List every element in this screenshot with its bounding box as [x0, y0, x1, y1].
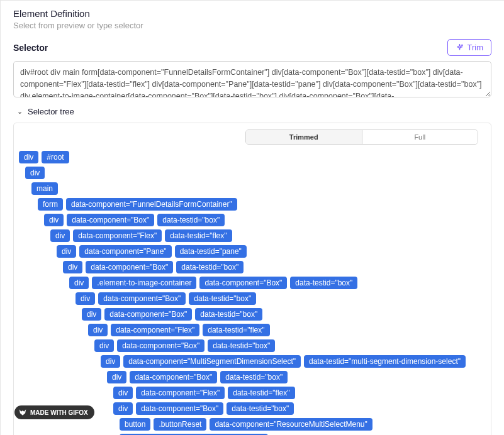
selector-chip[interactable]: data-component="Pane": [79, 245, 171, 258]
tree-row: divdata-component="Box"data-testid="box": [19, 308, 486, 321]
selector-tree-toggle[interactable]: ⌄ Selector tree: [13, 99, 491, 123]
selector-chip[interactable]: data-testid="box": [195, 308, 262, 321]
selector-chip[interactable]: data-component="ResourceMultiSelectMenu": [210, 418, 372, 431]
selector-chip[interactable]: div: [101, 355, 120, 368]
selector-chip[interactable]: main: [31, 182, 58, 195]
selector-chip[interactable]: data-component="Box": [98, 292, 186, 305]
tree-row: formdata-component="FunnelDetailsFormCon…: [19, 198, 486, 211]
selector-chip[interactable]: div: [57, 245, 76, 258]
selector-chip[interactable]: data-testid="box": [176, 261, 244, 273]
selector-chip[interactable]: data-testid="flex": [165, 229, 232, 242]
tree-row: divdata-component="Box"data-testid="box": [19, 214, 486, 226]
toggle-full[interactable]: Full: [362, 130, 478, 144]
page-subtitle: Select from preview or type selector: [13, 21, 491, 30]
selector-chip[interactable]: div: [113, 387, 133, 399]
selector-chip[interactable]: data-component="Flex": [111, 324, 199, 336]
selector-chip[interactable]: data-testid="box": [220, 371, 288, 383]
selector-chip[interactable]: data-component="Box": [86, 261, 173, 273]
tree-view-toggle: Trimmed Full: [245, 129, 478, 145]
selector-chip[interactable]: data-component="Box": [136, 402, 223, 415]
selector-chip[interactable]: data-testid="box": [208, 339, 275, 352]
selector-chip[interactable]: .buttonReset: [154, 418, 206, 431]
tree-row: divdata-component="Flex"data-testid="fle…: [19, 387, 486, 399]
selector-chip[interactable]: data-testid="box": [290, 277, 357, 289]
page-title: Element Definition: [13, 8, 491, 19]
selector-chip[interactable]: .element-to-image-container: [92, 277, 196, 289]
selector-chip[interactable]: div: [50, 229, 70, 242]
header: Element Definition Select from preview o…: [1, 1, 504, 35]
selector-chip[interactable]: data-testid="box": [157, 214, 225, 226]
selector-chip[interactable]: div: [82, 308, 101, 321]
made-with-gifox-badge: MADE WITH GIFOX: [14, 405, 94, 419]
selector-chip[interactable]: data-component="Box": [199, 277, 287, 289]
selector-chip[interactable]: data-testid="box": [227, 402, 294, 415]
selector-chip[interactable]: div: [25, 167, 45, 179]
selector-chip[interactable]: button: [120, 418, 150, 431]
selector-chip[interactable]: data-component="FunnelDetailsFormContain…: [66, 198, 237, 211]
selector-chip[interactable]: div: [88, 324, 108, 336]
selector-chip[interactable]: div: [94, 339, 114, 352]
selector-chip[interactable]: data-testid="pane": [175, 245, 247, 258]
selector-textarea[interactable]: [13, 61, 491, 97]
selector-chip[interactable]: data-component="MultiSegmentDimensionSel…: [123, 355, 301, 368]
selector-chip[interactable]: div: [69, 277, 89, 289]
tree-row: divdata-component="Box"data-testid="box": [19, 261, 486, 273]
tree-row: divdata-component="Flex"data-testid="fle…: [19, 229, 486, 242]
selector-chip[interactable]: data-component="Box": [67, 214, 154, 226]
sparkle-icon: [456, 43, 464, 52]
selector-chip[interactable]: #root: [42, 151, 69, 163]
selector-chip[interactable]: data-component="Flex": [136, 387, 225, 399]
tree-row: divdata-component="Box"data-testid="box": [19, 371, 486, 383]
chevron-down-icon: ⌄: [17, 107, 23, 116]
fox-icon: [18, 408, 27, 417]
selector-chip[interactable]: div: [19, 151, 38, 163]
selector-chip[interactable]: data-testid="flex": [228, 387, 294, 399]
selector-chip[interactable]: div: [113, 402, 133, 415]
tree-row: button.buttonResetdata-component="Resour…: [19, 418, 486, 435]
selector-chip[interactable]: div: [76, 292, 95, 305]
toggle-trimmed[interactable]: Trimmed: [246, 130, 362, 144]
selector-chip[interactable]: data-component="Flex": [73, 229, 162, 242]
selector-tree-label: Selector tree: [28, 107, 74, 116]
selector-header-row: Selector Trim: [1, 35, 504, 61]
tree-row: div: [19, 167, 486, 179]
selector-chip[interactable]: data-component="Box": [104, 308, 192, 321]
selector-chip[interactable]: data-component="Box": [130, 371, 217, 383]
selector-chip[interactable]: form: [38, 198, 63, 211]
selector-label: Selector: [13, 43, 48, 53]
tree-row: div.element-to-image-containerdata-compo…: [19, 277, 486, 289]
selector-chip[interactable]: div: [63, 261, 82, 273]
selector-chip[interactable]: data-component="Box": [117, 339, 204, 352]
tree-row: divdata-component="Flex"data-testid="fle…: [19, 324, 486, 336]
tree-row: divdata-component="Pane"data-testid="pan…: [19, 245, 486, 258]
selector-chip[interactable]: div: [107, 371, 126, 383]
selector-tree-panel: Trimmed Full div#rootdivmainformdata-com…: [13, 123, 491, 435]
selector-chip[interactable]: data-testid="flex": [203, 324, 269, 336]
tree-row: div#root: [19, 151, 486, 163]
selector-chip[interactable]: data-testid="multi-segment-dimension-sel…: [304, 355, 466, 368]
selector-chip[interactable]: div: [44, 214, 64, 226]
tree-row: divdata-component="Box"data-testid="box": [19, 292, 486, 305]
tree-rows: div#rootdivmainformdata-component="Funne…: [19, 151, 486, 435]
trim-button[interactable]: Trim: [447, 39, 491, 56]
trim-button-label: Trim: [467, 43, 483, 52]
selector-chip[interactable]: data-testid="box": [189, 292, 256, 305]
tree-row: main: [19, 182, 486, 195]
tree-row: divdata-component="MultiSegmentDimension…: [19, 355, 486, 368]
tree-row: divdata-component="Box"data-testid="box": [19, 339, 486, 352]
